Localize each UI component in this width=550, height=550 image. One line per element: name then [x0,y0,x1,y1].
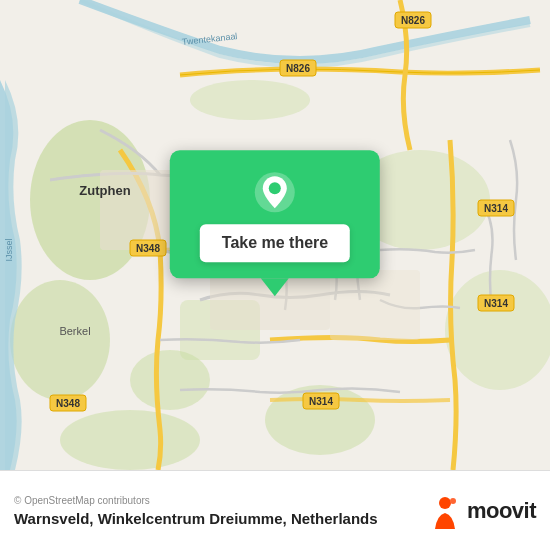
footer: © OpenStreetMap contributors Warnsveld, … [0,470,550,550]
svg-text:N348: N348 [136,243,160,254]
moovit-brand-icon [427,493,463,529]
moovit-logo: moovit [427,493,536,529]
svg-point-34 [269,182,281,194]
svg-point-35 [439,497,451,509]
location-pin-icon [253,170,297,214]
popup-overlay: Take me there [170,150,380,296]
location-name: Warnsveld, Winkelcentrum Dreiumme, Nethe… [14,510,378,527]
svg-text:IJssel: IJssel [4,238,14,261]
svg-text:N314: N314 [309,396,333,407]
svg-text:N826: N826 [286,63,310,74]
svg-text:Zutphen: Zutphen [79,183,130,198]
moovit-wordmark: moovit [467,498,536,524]
svg-point-9 [190,80,310,120]
svg-point-6 [445,270,550,390]
attribution-text: © OpenStreetMap contributors [14,495,378,506]
popup-tail [261,278,289,296]
popup-card: Take me there [170,150,380,278]
svg-point-2 [10,280,110,400]
svg-point-8 [60,410,200,470]
svg-text:Berkel: Berkel [59,325,90,337]
map-container[interactable]: N826 N826 N314 N314 N314 N348 N348 N348 … [0,0,550,470]
svg-point-36 [450,498,456,504]
svg-text:N314: N314 [484,298,508,309]
svg-text:N314: N314 [484,203,508,214]
take-me-there-button[interactable]: Take me there [200,224,350,262]
svg-text:N348: N348 [56,398,80,409]
footer-left: © OpenStreetMap contributors Warnsveld, … [14,495,378,527]
svg-text:N826: N826 [401,15,425,26]
